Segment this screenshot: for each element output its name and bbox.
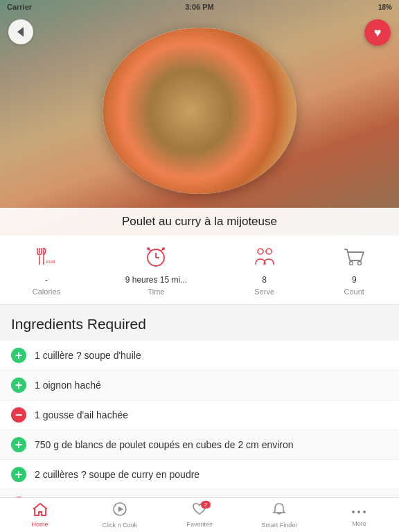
calories-value: - — [45, 275, 48, 285]
back-button[interactable] — [8, 19, 33, 44]
hero-title-bar: Poulet au curry à la mijoteuse — [0, 208, 399, 236]
dots-icon — [351, 503, 366, 519]
back-chevron-icon — [17, 27, 24, 37]
nav-item-click-cook[interactable]: Click n Cook — [80, 499, 159, 531]
svg-point-12 — [266, 249, 272, 254]
svg-point-11 — [258, 249, 263, 254]
more-nav-label: More — [352, 520, 366, 527]
favorite-button[interactable]: ♥ — [364, 19, 391, 46]
bottom-nav: Home Click n Cook 2 Favorites Smart F — [0, 497, 399, 532]
battery-label: 18% — [378, 3, 392, 11]
cart-icon — [342, 244, 366, 272]
ingredient-item: + 1 cuillère ? soupe d'huile — [0, 341, 399, 371]
ingredient-item: − 1 gousse d'ail hachée — [0, 400, 399, 430]
ingredient-text: 1 cuillère ? soupe d'huile — [35, 350, 141, 361]
food-content — [103, 28, 296, 194]
svg-point-13 — [350, 262, 353, 265]
calories-label: Calories — [33, 287, 60, 296]
nav-item-smart-finder[interactable]: Smart Finder — [240, 499, 319, 531]
nav-item-home[interactable]: Home — [0, 499, 80, 531]
smart-finder-nav-label: Smart Finder — [261, 522, 297, 529]
stat-serve: 8 Serve — [252, 244, 277, 296]
serve-value: 8 — [262, 275, 267, 285]
ingredient-item: + 750 g de blancs de poulet coupés en cu… — [0, 430, 399, 460]
favorites-badge: 2 — [201, 501, 211, 508]
svg-point-18 — [357, 511, 360, 513]
ingredient-item: + 2 cuillères ? soupe de curry en poudre — [0, 460, 399, 490]
svg-point-9 — [147, 247, 150, 250]
ingredient-item: + 1 oignon haché — [0, 371, 399, 400]
ingredients-section: Ingredients Required + 1 cuillère ? soup… — [0, 305, 399, 497]
clock-icon — [143, 244, 168, 272]
ingredient-toggle[interactable]: − — [11, 407, 26, 423]
svg-text:kcal: kcal — [46, 259, 55, 264]
plate — [103, 28, 296, 194]
stat-count: 9 Count — [342, 244, 366, 296]
heart-icon: ♥ — [374, 26, 382, 39]
ingredients-title: Ingredients Required — [0, 305, 399, 341]
home-icon — [33, 502, 48, 520]
ingredient-text: 750 g de blancs de poulet coupés en cube… — [35, 439, 294, 450]
stat-time: 9 heures 15 mi... Time — [125, 244, 187, 296]
stats-row: kcal - Calories 9 heures 15 mi... Time — [0, 236, 399, 305]
calories-icon: kcal — [34, 244, 59, 272]
recipe-title: Poulet au curry à la mijoteuse — [122, 215, 277, 228]
nav-item-favorites[interactable]: 2 Favorites — [159, 499, 239, 531]
play-circle-icon — [112, 502, 127, 520]
ingredient-text: 2 cuillères ? soupe de curry en poudre — [35, 469, 200, 480]
carrier-label: Carrier — [7, 3, 32, 11]
ingredient-toggle[interactable]: + — [11, 437, 26, 452]
nav-item-more[interactable]: More — [319, 500, 399, 530]
ingredient-toggle[interactable]: + — [11, 348, 26, 363]
serve-label: Serve — [254, 287, 274, 296]
svg-point-14 — [358, 262, 362, 265]
ingredient-toggle[interactable]: + — [11, 467, 26, 482]
svg-point-19 — [363, 511, 366, 513]
svg-point-10 — [162, 247, 165, 250]
ingredients-list: + 1 cuillère ? soupe d'huile + 1 oignon … — [0, 341, 399, 497]
favorites-nav-label: Favorites — [187, 521, 213, 528]
time-value: 9 heures 15 mi... — [125, 275, 187, 285]
food-image — [0, 0, 399, 236]
home-nav-label: Home — [32, 521, 48, 528]
ingredient-text: 1 gousse d'ail hachée — [35, 409, 128, 420]
bell-icon — [272, 502, 287, 520]
time-label: Time — [148, 287, 164, 296]
time-label: 3:06 PM — [185, 3, 214, 11]
count-label: Count — [344, 287, 364, 296]
ingredient-item: − 1 cuillère ? café de curcuma — [0, 490, 399, 497]
people-icon — [252, 244, 277, 272]
svg-marker-16 — [118, 506, 123, 512]
svg-point-17 — [352, 511, 355, 513]
count-value: 9 — [352, 275, 357, 285]
click-cook-nav-label: Click n Cook — [103, 522, 138, 529]
stat-calories: kcal - Calories — [33, 244, 60, 296]
ingredient-toggle[interactable]: + — [11, 378, 26, 393]
hero-image: Poulet au curry à la mijoteuse — [0, 0, 399, 236]
status-bar: Carrier 3:06 PM 18% — [0, 0, 399, 14]
ingredient-text: 1 oignon haché — [35, 380, 101, 391]
